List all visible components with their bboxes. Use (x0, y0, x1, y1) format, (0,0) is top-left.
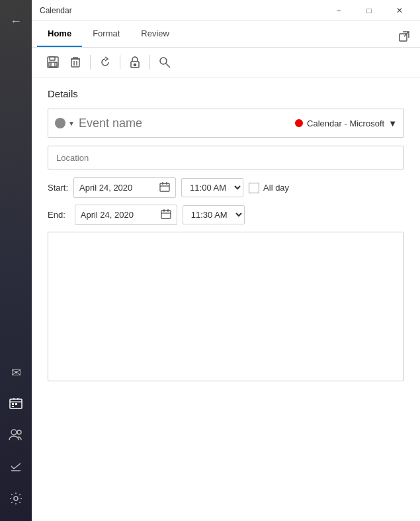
calendar-name: Calendar - Microsoft (307, 118, 384, 128)
section-details-label: Details (48, 88, 404, 99)
mail-icon: ✉ (11, 365, 21, 380)
end-label: End: (48, 210, 65, 220)
save-button[interactable] (42, 52, 63, 73)
start-date-field[interactable]: April 24, 2020 (73, 177, 176, 198)
svg-rect-14 (50, 57, 55, 60)
calendar-selector[interactable]: Calendar - Microsoft ▼ (295, 118, 397, 128)
tab-format[interactable]: Format (82, 21, 130, 47)
sidebar: ← ✉ (0, 0, 32, 521)
lock-button[interactable] (124, 52, 146, 73)
external-link-button[interactable] (394, 26, 415, 47)
event-name-input[interactable] (79, 117, 295, 130)
sidebar-back-button[interactable]: ← (0, 5, 32, 37)
location-row (48, 146, 404, 169)
svg-rect-6 (12, 406, 14, 407)
svg-rect-25 (160, 183, 169, 191)
svg-rect-5 (15, 403, 17, 405)
location-input[interactable] (56, 153, 396, 163)
toolbar (32, 48, 420, 77)
end-date-text: April 24, 2020 (81, 210, 157, 220)
sidebar-item-settings[interactable] (0, 484, 32, 516)
window-controls: − □ ✕ (323, 0, 415, 21)
calendar-grid-icon (9, 397, 22, 413)
status-dropdown-icon[interactable]: ▼ (68, 120, 75, 127)
close-button[interactable]: ✕ (384, 0, 415, 21)
titlebar: Calendar − □ ✕ (32, 0, 420, 21)
all-day-row: All day (249, 183, 289, 193)
maximize-button[interactable]: □ (354, 0, 384, 21)
svg-point-7 (11, 430, 17, 435)
sidebar-item-people[interactable] (0, 420, 32, 452)
start-calendar-icon[interactable] (159, 181, 170, 194)
tab-review[interactable]: Review (130, 21, 180, 47)
end-date-field[interactable]: April 24, 2020 (75, 205, 177, 225)
start-datetime-row: Start: April 24, 2020 11:00 AM 11:30 AM … (48, 177, 404, 198)
svg-rect-15 (49, 62, 57, 67)
start-label: Start: (48, 183, 68, 193)
people-icon (9, 428, 23, 445)
sidebar-item-calendar[interactable] (0, 389, 32, 420)
tasks-icon (9, 460, 22, 477)
settings-icon (9, 492, 22, 508)
svg-rect-18 (71, 59, 79, 67)
toolbar-separator-3 (149, 55, 150, 70)
sidebar-item-mail[interactable]: ✉ (0, 357, 32, 389)
main-panel: Calendar − □ ✕ Home Format Review (32, 0, 420, 521)
content-area: Details ▼ Calendar - Microsoft ▼ Start: … (32, 77, 420, 521)
end-datetime-row: End: April 24, 2020 11:30 AM 12:00 PM 12… (48, 205, 404, 225)
tab-home[interactable]: Home (37, 21, 82, 47)
svg-line-24 (166, 64, 170, 68)
all-day-label: All day (263, 183, 289, 193)
end-time-select[interactable]: 11:30 AM 12:00 PM 12:30 PM 1:00 PM (183, 205, 245, 224)
status-indicator (55, 118, 65, 128)
end-calendar-icon[interactable] (161, 209, 171, 221)
svg-point-23 (160, 58, 167, 64)
event-body-textarea[interactable] (48, 232, 403, 378)
delete-button[interactable] (65, 52, 86, 73)
toolbar-separator-2 (120, 55, 120, 70)
svg-point-22 (134, 64, 136, 66)
minimize-button[interactable]: − (323, 0, 354, 21)
sidebar-item-tasks[interactable] (0, 452, 32, 484)
event-body-area[interactable] (48, 232, 404, 381)
calendar-color-dot (295, 119, 303, 127)
search-button[interactable] (154, 52, 175, 73)
svg-rect-4 (12, 403, 14, 405)
start-date-text: April 24, 2020 (79, 183, 155, 193)
refresh-button[interactable] (95, 52, 116, 73)
start-time-select[interactable]: 11:00 AM 11:30 AM 12:00 PM 12:30 PM (181, 178, 243, 197)
all-day-checkbox[interactable] (249, 183, 259, 193)
tab-bar: Home Format Review (32, 21, 420, 48)
calendar-dropdown-icon[interactable]: ▼ (388, 118, 397, 128)
svg-point-10 (14, 497, 18, 500)
app-title: Calendar (37, 6, 323, 15)
svg-point-8 (17, 430, 21, 434)
back-icon: ← (10, 15, 22, 28)
event-name-row: ▼ Calendar - Microsoft ▼ (48, 109, 404, 138)
svg-rect-29 (161, 211, 171, 218)
toolbar-separator-1 (90, 55, 91, 70)
